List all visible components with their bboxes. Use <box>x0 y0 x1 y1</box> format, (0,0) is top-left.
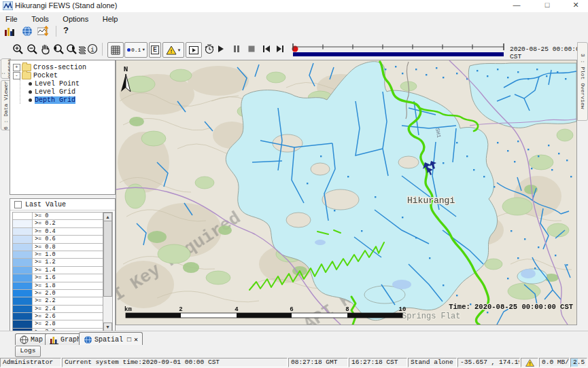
node-bullet-icon <box>29 90 32 94</box>
status-user: Administrator <box>0 358 61 367</box>
status-memory: 2.5 GB <box>570 358 587 367</box>
pause-button[interactable] <box>233 45 240 53</box>
status-system-time: Current system time:2020-09-01 00:00 CST <box>62 358 288 367</box>
tree-item-level-point[interactable]: Level Point <box>20 79 115 88</box>
area-label: Springs Flat <box>402 312 460 321</box>
wireframe-globe-icon <box>20 335 29 344</box>
expander-minus-icon[interactable]: - <box>13 72 20 79</box>
skip-to-start-button[interactable] <box>262 45 271 53</box>
scale-tick: 10 <box>399 306 407 313</box>
map-canvas: API Key Required API Key Required <box>116 60 576 325</box>
legend-label: >= 0.8 <box>33 244 104 251</box>
status-gmt-time: 08:27:18 GMT <box>288 358 348 367</box>
help-button[interactable]: ? <box>63 25 69 35</box>
spatial-map-view[interactable]: API Key Required API Key Required <box>116 60 577 325</box>
animation-timer-icon[interactable] <box>204 43 215 55</box>
side-tab-data-viewer-label: 6 : Data Viewer <box>3 81 9 130</box>
scale-tick: 2 <box>179 306 182 313</box>
legend-scrollbar[interactable]: ▲ ▼ <box>103 212 113 332</box>
close-button[interactable]: ✕ <box>566 1 586 11</box>
main-toolbar: ? <box>0 24 588 39</box>
status-warning-cell[interactable]: ! <box>521 358 538 367</box>
warning-triangle-icon: ! <box>166 45 177 55</box>
legend-label: >= 2.0 <box>33 290 104 297</box>
stop-button[interactable] <box>248 45 255 53</box>
status-local-time: 16:27:18 CST <box>349 358 407 367</box>
menu-help[interactable]: Help <box>97 14 124 23</box>
north-label: N <box>124 65 128 73</box>
expander-plus-icon[interactable]: + <box>13 64 20 71</box>
bottom-tab-bar: Map Graph Spatial □ ✕ <box>0 331 588 346</box>
label-display-button[interactable]: E <box>149 42 161 58</box>
tree-item-label-selected: Depth Grid <box>35 96 75 104</box>
profile-chart-icon[interactable] <box>37 26 50 37</box>
window-title: Hikurangi FEWS (Stand alone) <box>15 1 117 10</box>
menu-tools[interactable]: Tools <box>26 14 54 23</box>
pan-hand-icon[interactable] <box>40 43 51 55</box>
tree-item-pocket[interactable]: - Pocket <box>10 71 115 79</box>
zoom-in-icon[interactable] <box>12 43 24 55</box>
layers-icon[interactable] <box>77 44 88 54</box>
legend-label: >= 2.6 <box>33 313 104 320</box>
side-tab-plot-overview[interactable]: 3 : Plot Overview <box>577 42 588 121</box>
menu-file[interactable]: File <box>0 14 23 23</box>
info-icon[interactable]: i <box>87 43 98 54</box>
interval-dot-icon <box>127 48 131 52</box>
skip-to-end-button[interactable] <box>276 45 284 53</box>
animation-button[interactable] <box>186 42 202 58</box>
logs-button[interactable]: Logs <box>15 346 41 357</box>
grid-icon <box>111 45 120 55</box>
tree-item-level-grid[interactable]: Level Grid <box>20 88 115 96</box>
tab-graph-label: Graph <box>60 336 81 344</box>
legend-swatch <box>13 313 33 320</box>
tree-item-label: Pocket <box>33 72 58 79</box>
tab-spatial[interactable]: Spatial □ ✕ <box>79 332 143 346</box>
menu-options[interactable]: Options <box>57 14 94 23</box>
bar-chart-icon <box>50 335 58 344</box>
interval-selector-button[interactable]: 0.1 ▼ <box>124 42 148 58</box>
timeline-datetime: 2020-08-25 00:00:00 CST <box>510 45 588 60</box>
application-window: Hikurangi FEWS (Stand alone) — □ ✕ File … <box>0 0 588 368</box>
last-value-row[interactable]: Last Value <box>10 199 115 210</box>
app-logo-icon <box>3 1 13 10</box>
scale-tick: 6 <box>290 306 293 313</box>
database-chart-icon[interactable] <box>4 26 15 37</box>
tab-close-icon[interactable]: ✕ <box>134 335 138 344</box>
globe-icon[interactable] <box>22 26 33 37</box>
tab-maximize-icon[interactable]: □ <box>127 336 131 344</box>
last-value-checkbox[interactable] <box>14 201 22 208</box>
legend-label: >= 0.6 <box>33 236 104 242</box>
tab-map-label: Map <box>31 336 43 344</box>
legend-panel: Last Value >= 0 >= 0.2 >= 0.4 >= 0.6 >= … <box>10 198 116 332</box>
zoom-next-icon[interactable] <box>65 43 77 55</box>
chevron-down-icon: ▼ <box>177 48 181 52</box>
timeline-slider[interactable] <box>290 41 506 58</box>
scrollbar-thumb[interactable] <box>103 221 112 297</box>
legend-swatch <box>13 259 33 265</box>
legend-swatch <box>13 220 33 227</box>
zoom-out-icon[interactable] <box>27 43 38 55</box>
play-button[interactable] <box>218 45 224 53</box>
filter-tree-panel: + Cross-section - Pocket Level Point Lev… <box>10 60 116 195</box>
scale-tick: 4 <box>235 306 239 313</box>
grid-display-button[interactable] <box>107 42 124 58</box>
svg-text:!: ! <box>169 48 173 54</box>
svg-text:i: i <box>90 47 94 54</box>
globe-icon <box>84 335 92 344</box>
minimize-button[interactable]: — <box>506 1 527 11</box>
legend-label: >= 0 <box>33 213 104 219</box>
svg-text:!: ! <box>528 361 531 367</box>
side-tab-plot-overview-label: 3 : Plot Overview <box>580 54 586 109</box>
thresholds-warning-button[interactable]: ! ▼ <box>162 42 184 58</box>
chevron-down-icon: ▼ <box>142 48 145 52</box>
legend-swatch <box>13 251 33 258</box>
legend-swatch <box>13 228 33 235</box>
status-coordinates: -35.657 , 174.199 <box>457 358 520 367</box>
legend-swatch <box>13 267 33 274</box>
node-bullet-icon <box>29 98 32 102</box>
maximize-button[interactable]: □ <box>537 1 557 11</box>
zoom-previous-icon[interactable] <box>52 43 65 55</box>
tab-spatial-label: Spatial <box>94 336 123 344</box>
tree-item-depth-grid[interactable]: Depth Grid <box>20 96 115 104</box>
tab-map[interactable]: Map <box>15 333 48 346</box>
